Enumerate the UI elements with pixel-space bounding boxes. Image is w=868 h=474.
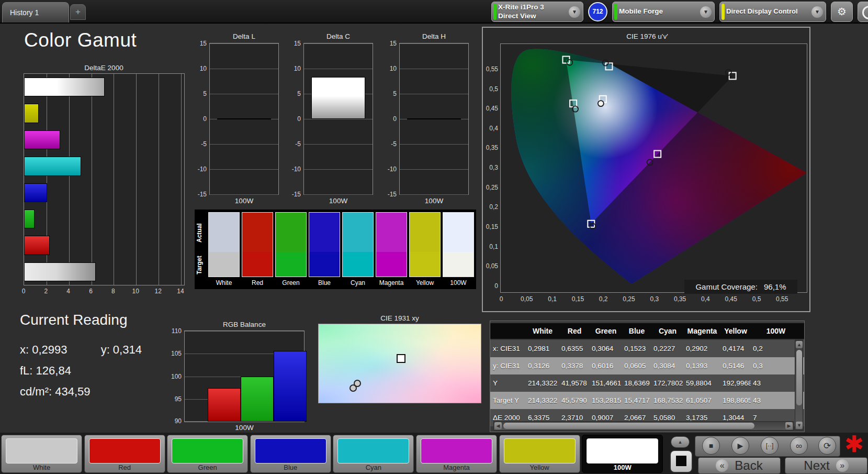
table-vscrollbar[interactable]: ▲ ▼ <box>795 340 803 430</box>
cell: 15,4717 <box>622 392 651 409</box>
x-tick-label: 0,3 <box>646 295 663 303</box>
actual-swatch <box>443 212 474 252</box>
bar-100w <box>24 262 96 281</box>
y-tick-label: 0,45 <box>483 105 498 112</box>
patch-button-yellow[interactable]: Yellow <box>499 435 580 473</box>
actual-swatch <box>309 212 340 252</box>
gear-icon[interactable]: ⚙ <box>831 2 853 22</box>
gridline <box>304 43 373 44</box>
cell: 0,3064 <box>590 340 622 357</box>
window-patch-button[interactable] <box>670 450 693 473</box>
x-tick-label: 12 <box>154 288 162 295</box>
chevron-down-icon[interactable]: ▼ <box>811 6 823 18</box>
patch-button-red[interactable]: Red <box>84 435 165 473</box>
tab-history-1[interactable]: History 1 <box>2 2 69 23</box>
bar-blue <box>274 351 307 422</box>
x-tick-label: 0,5 <box>748 295 765 303</box>
cell: 214,3322 <box>526 374 559 392</box>
continuous-measure-icon[interactable]: ∞ <box>790 437 808 455</box>
cell: 0,4174 <box>720 340 751 357</box>
play-icon[interactable]: ▶ <box>731 437 749 455</box>
x-tick-label: 0 <box>493 295 510 303</box>
gridline <box>136 74 137 285</box>
chevron-down-icon[interactable]: ▼ <box>569 6 580 18</box>
gridline <box>210 169 278 170</box>
source-dropdown[interactable]: Mobile Forge ▼ <box>612 2 715 22</box>
scroll-left-icon[interactable]: ◀ <box>494 422 502 429</box>
cell: 0,1523 <box>622 340 651 357</box>
actual-swatch <box>376 212 407 252</box>
back-button[interactable]: « Back <box>698 457 781 474</box>
y-tick-label: 10 <box>382 65 397 72</box>
column-header-label <box>490 323 526 339</box>
swatch-compare-panel: Actual Target WhiteRedGreenBlueCyanMagen… <box>195 210 476 289</box>
gridline <box>210 94 278 94</box>
vscroll-thumb[interactable] <box>796 350 802 405</box>
next-label: Next <box>804 458 829 473</box>
patch-button-100w[interactable]: 100W <box>582 435 663 473</box>
x-tick-label: 0,55 <box>774 295 791 303</box>
patch-button-white[interactable]: White <box>1 435 82 473</box>
display-control-dropdown[interactable]: Direct Display Control ▼ <box>719 2 826 22</box>
table-row: Y214,332241,9578151,466118,6369172,78025… <box>490 374 804 392</box>
cie1931-title: CIE 1931 xy <box>318 314 481 322</box>
column-header-White: White <box>526 323 559 339</box>
patch-button-blue[interactable]: Blue <box>250 435 331 473</box>
hscroll-thumb[interactable] <box>503 423 754 429</box>
next-arrow-icon: » <box>836 459 849 472</box>
clipped-toolbar-button[interactable] <box>858 2 868 22</box>
meter-dropdown[interactable]: X-Rite i1Pro 3 Direct View ▼ <box>491 2 583 22</box>
patch-button-green[interactable]: Green <box>167 435 248 473</box>
y-tick-label: 5 <box>382 90 397 97</box>
actual-swatch <box>409 212 441 252</box>
gridline <box>304 194 373 195</box>
y-tick-label: 100 <box>166 373 182 380</box>
gridline <box>304 119 373 119</box>
alert-asterisk-icon[interactable]: ✱ <box>844 434 864 455</box>
cell: 192,9968 <box>720 374 751 392</box>
patch-button-magenta[interactable]: Magenta <box>416 435 497 473</box>
measurement-table: WhiteRedGreenBlueCyanMagentaYellow100W x… <box>490 321 805 432</box>
scroll-down-icon[interactable]: ▼ <box>796 422 803 429</box>
y-tick-label: 110 <box>166 327 182 335</box>
patch-label: Magenta <box>416 464 497 471</box>
refresh-icon[interactable]: ⟳ <box>818 437 836 455</box>
cell: 18,6369 <box>622 374 651 392</box>
x-tick-label: 10 <box>131 288 140 295</box>
y-tick-label: 0,25 <box>483 184 498 191</box>
patch-label: Green <box>167 464 247 471</box>
y-tick-label: -10 <box>286 166 301 173</box>
step-measure-icon[interactable]: [··] <box>761 437 779 455</box>
cell: 0,3084 <box>651 357 684 374</box>
chevron-down-icon[interactable]: ▼ <box>700 6 712 18</box>
y-tick-label: 90 <box>166 417 182 425</box>
row-label: Y <box>490 374 526 392</box>
y-tick-label: 0,3 <box>483 164 498 171</box>
patch-chip <box>89 438 161 464</box>
delta-l-xlabel: 100W <box>209 197 279 205</box>
reading-fl: fL: 126,84 <box>20 364 142 378</box>
gridline <box>400 144 468 145</box>
gridline <box>210 144 278 145</box>
patch-chip <box>504 438 576 464</box>
add-tab-button[interactable]: + <box>70 4 86 20</box>
scroll-up-icon[interactable]: ▲ <box>796 341 803 348</box>
y-tick-label: 0,2 <box>483 203 498 211</box>
table-hscrollbar[interactable]: ◀ ▶ <box>493 421 794 431</box>
delta-l-chart: 151050-5-10-15 <box>209 43 279 195</box>
y-tick-label: 5 <box>192 90 207 97</box>
y-tick-label: -5 <box>192 140 207 148</box>
next-button[interactable]: Next » <box>785 457 867 474</box>
table-row: Target Y214,332245,5790153,281515,471716… <box>490 392 804 409</box>
scroll-right-icon[interactable]: ▶ <box>785 422 793 429</box>
patch-label: Blue <box>251 464 331 471</box>
patch-label: Yellow <box>500 464 580 471</box>
panel-up-icon[interactable]: ▲ <box>671 436 690 448</box>
bar-green <box>241 377 274 422</box>
swatch-column-white: White <box>208 212 240 286</box>
y-tick-label: 0,4 <box>483 125 498 132</box>
patch-button-cyan[interactable]: Cyan <box>333 435 414 473</box>
gridline <box>159 74 159 285</box>
actual-swatch <box>242 212 273 252</box>
stop-icon[interactable]: ■ <box>702 437 720 455</box>
